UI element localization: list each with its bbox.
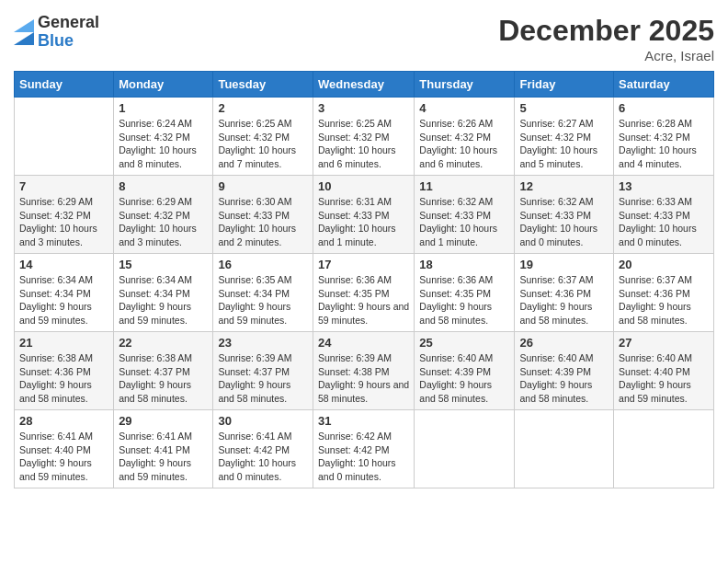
day-info: Sunrise: 6:27 AMSunset: 4:32 PMDaylight:… (519, 117, 609, 171)
table-row: 10Sunrise: 6:31 AMSunset: 4:33 PMDayligh… (313, 176, 414, 254)
day-info: Sunrise: 6:34 AMSunset: 4:34 PMDaylight:… (119, 273, 208, 327)
day-number: 30 (218, 414, 308, 428)
day-number: 10 (318, 179, 409, 193)
table-row (415, 410, 515, 488)
day-number: 15 (119, 258, 208, 271)
day-number: 24 (318, 336, 409, 350)
table-row: 17Sunrise: 6:36 AMSunset: 4:35 PMDayligh… (313, 254, 414, 332)
day-info: Sunrise: 6:32 AMSunset: 4:33 PMDaylight:… (419, 195, 509, 249)
day-info: Sunrise: 6:29 AMSunset: 4:32 PMDaylight:… (19, 195, 108, 249)
table-row (614, 410, 714, 488)
calendar-header-row: Sunday Monday Tuesday Wednesday Thursday… (15, 72, 714, 98)
table-row: 9Sunrise: 6:30 AMSunset: 4:33 PMDaylight… (213, 176, 313, 254)
day-info: Sunrise: 6:41 AMSunset: 4:41 PMDaylight:… (119, 430, 208, 484)
day-info: Sunrise: 6:25 AMSunset: 4:32 PMDaylight:… (318, 117, 409, 171)
day-info: Sunrise: 6:33 AMSunset: 4:33 PMDaylight:… (619, 195, 709, 249)
day-info: Sunrise: 6:40 AMSunset: 4:39 PMDaylight:… (519, 351, 609, 406)
table-row: 14Sunrise: 6:34 AMSunset: 4:34 PMDayligh… (15, 254, 114, 332)
day-number: 29 (119, 414, 208, 428)
col-saturday: Saturday (614, 72, 714, 98)
col-sunday: Sunday (15, 72, 114, 98)
day-number: 25 (419, 336, 509, 350)
col-thursday: Thursday (415, 72, 515, 98)
day-number: 23 (218, 336, 308, 350)
logo-text: General Blue (38, 14, 99, 51)
col-tuesday: Tuesday (213, 72, 313, 98)
day-info: Sunrise: 6:36 AMSunset: 4:35 PMDaylight:… (419, 273, 509, 327)
day-info: Sunrise: 6:25 AMSunset: 4:32 PMDaylight:… (218, 117, 308, 171)
day-info: Sunrise: 6:24 AMSunset: 4:32 PMDaylight:… (119, 117, 208, 171)
table-row: 26Sunrise: 6:40 AMSunset: 4:39 PMDayligh… (515, 332, 614, 410)
day-info: Sunrise: 6:28 AMSunset: 4:32 PMDaylight:… (619, 117, 709, 171)
day-number: 26 (519, 336, 609, 350)
table-row: 18Sunrise: 6:36 AMSunset: 4:35 PMDayligh… (415, 254, 515, 332)
day-info: Sunrise: 6:34 AMSunset: 4:34 PMDaylight:… (19, 273, 108, 327)
table-row: 5Sunrise: 6:27 AMSunset: 4:32 PMDaylight… (515, 98, 614, 176)
day-number: 3 (318, 101, 409, 115)
table-row: 2Sunrise: 6:25 AMSunset: 4:32 PMDaylight… (213, 98, 313, 176)
day-number: 27 (619, 336, 709, 350)
day-info: Sunrise: 6:35 AMSunset: 4:34 PMDaylight:… (218, 273, 308, 327)
location: Acre, Israel (498, 48, 714, 63)
day-info: Sunrise: 6:42 AMSunset: 4:42 PMDaylight:… (318, 430, 409, 484)
day-info: Sunrise: 6:38 AMSunset: 4:37 PMDaylight:… (119, 351, 208, 406)
table-row: 13Sunrise: 6:33 AMSunset: 4:33 PMDayligh… (614, 176, 714, 254)
table-row: 24Sunrise: 6:39 AMSunset: 4:38 PMDayligh… (313, 332, 414, 410)
calendar-week-row: 7Sunrise: 6:29 AMSunset: 4:32 PMDaylight… (15, 176, 714, 254)
day-number: 1 (119, 101, 208, 115)
day-info: Sunrise: 6:41 AMSunset: 4:42 PMDaylight:… (218, 430, 308, 484)
day-number: 12 (519, 179, 609, 193)
table-row: 1Sunrise: 6:24 AMSunset: 4:32 PMDaylight… (114, 98, 213, 176)
day-number: 11 (419, 179, 509, 193)
table-row (15, 98, 114, 176)
title-area: December 2025 Acre, Israel (498, 14, 714, 63)
svg-marker-0 (14, 32, 34, 45)
table-row: 4Sunrise: 6:26 AMSunset: 4:32 PMDaylight… (415, 98, 515, 176)
day-info: Sunrise: 6:39 AMSunset: 4:38 PMDaylight:… (318, 351, 409, 406)
table-row: 30Sunrise: 6:41 AMSunset: 4:42 PMDayligh… (213, 410, 313, 488)
day-number: 13 (619, 179, 709, 193)
day-number: 28 (19, 414, 108, 428)
day-info: Sunrise: 6:29 AMSunset: 4:32 PMDaylight:… (119, 195, 208, 249)
day-number: 17 (318, 258, 409, 271)
calendar-week-row: 28Sunrise: 6:41 AMSunset: 4:40 PMDayligh… (15, 410, 714, 488)
calendar-week-row: 14Sunrise: 6:34 AMSunset: 4:34 PMDayligh… (15, 254, 714, 332)
day-number: 14 (19, 258, 108, 271)
day-number: 18 (419, 258, 509, 271)
day-info: Sunrise: 6:41 AMSunset: 4:40 PMDaylight:… (19, 430, 108, 484)
day-info: Sunrise: 6:40 AMSunset: 4:40 PMDaylight:… (619, 351, 709, 406)
table-row: 27Sunrise: 6:40 AMSunset: 4:40 PMDayligh… (614, 332, 714, 410)
table-row: 31Sunrise: 6:42 AMSunset: 4:42 PMDayligh… (313, 410, 414, 488)
table-row: 15Sunrise: 6:34 AMSunset: 4:34 PMDayligh… (114, 254, 213, 332)
table-row: 3Sunrise: 6:25 AMSunset: 4:32 PMDaylight… (313, 98, 414, 176)
page: General Blue December 2025 Acre, Israel … (0, 0, 728, 563)
day-info: Sunrise: 6:37 AMSunset: 4:36 PMDaylight:… (619, 273, 709, 327)
day-number: 20 (619, 258, 709, 271)
table-row: 22Sunrise: 6:38 AMSunset: 4:37 PMDayligh… (114, 332, 213, 410)
col-wednesday: Wednesday (313, 72, 414, 98)
table-row: 21Sunrise: 6:38 AMSunset: 4:36 PMDayligh… (15, 332, 114, 410)
table-row: 16Sunrise: 6:35 AMSunset: 4:34 PMDayligh… (213, 254, 313, 332)
table-row: 19Sunrise: 6:37 AMSunset: 4:36 PMDayligh… (515, 254, 614, 332)
table-row: 28Sunrise: 6:41 AMSunset: 4:40 PMDayligh… (15, 410, 114, 488)
day-number: 21 (19, 336, 108, 350)
day-info: Sunrise: 6:31 AMSunset: 4:33 PMDaylight:… (318, 195, 409, 249)
day-number: 31 (318, 414, 409, 428)
header: General Blue December 2025 Acre, Israel (14, 14, 714, 63)
day-number: 19 (519, 258, 609, 271)
day-info: Sunrise: 6:32 AMSunset: 4:33 PMDaylight:… (519, 195, 609, 249)
day-number: 6 (619, 101, 709, 115)
day-number: 2 (218, 101, 308, 115)
day-info: Sunrise: 6:37 AMSunset: 4:36 PMDaylight:… (519, 273, 609, 327)
table-row: 7Sunrise: 6:29 AMSunset: 4:32 PMDaylight… (15, 176, 114, 254)
table-row: 23Sunrise: 6:39 AMSunset: 4:37 PMDayligh… (213, 332, 313, 410)
calendar-week-row: 21Sunrise: 6:38 AMSunset: 4:36 PMDayligh… (15, 332, 714, 410)
table-row: 8Sunrise: 6:29 AMSunset: 4:32 PMDaylight… (114, 176, 213, 254)
table-row: 11Sunrise: 6:32 AMSunset: 4:33 PMDayligh… (415, 176, 515, 254)
logo: General Blue (14, 14, 99, 51)
table-row: 6Sunrise: 6:28 AMSunset: 4:32 PMDaylight… (614, 98, 714, 176)
svg-marker-1 (14, 19, 34, 32)
day-info: Sunrise: 6:36 AMSunset: 4:35 PMDaylight:… (318, 273, 409, 327)
logo-general: General (38, 14, 99, 32)
month-title: December 2025 (498, 14, 714, 48)
